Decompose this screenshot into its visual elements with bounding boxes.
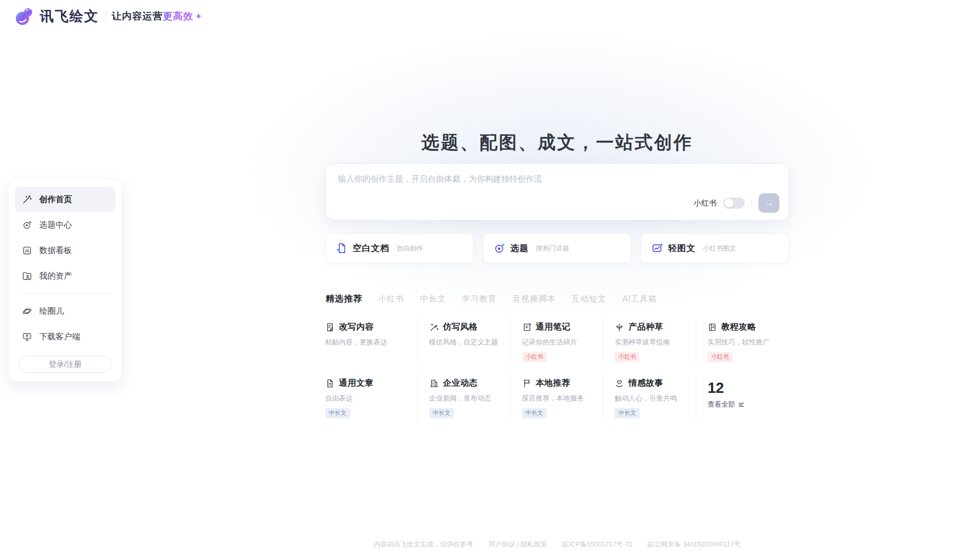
tab-xiaohongshu[interactable]: 小红书 (378, 294, 404, 305)
image-sparkle-icon (651, 242, 663, 254)
feature-card-title: 通用文章 (339, 378, 374, 389)
feature-card-general-article[interactable]: 通用文章 自由表达 中长文 (325, 374, 418, 421)
quick-card-topic[interactable]: 选题 搜热门话题 (483, 233, 631, 263)
sidebar-item-huiquan[interactable]: 绘圈儿 (15, 298, 115, 324)
view-all-label: 查看全部 (707, 400, 735, 409)
feature-card-title: 教程攻略 (721, 321, 756, 333)
feature-card-enterprise[interactable]: 企业动态 企业新闻，发布动态 中长文 (418, 374, 511, 421)
feature-card-badge: 中长文 (325, 408, 350, 418)
topic-eye-icon (22, 220, 32, 230)
tab-longform[interactable]: 中长文 (420, 294, 446, 305)
planet-icon (22, 306, 32, 316)
feature-card-title: 改写内容 (339, 321, 374, 333)
folder-user-icon (22, 271, 32, 281)
sidebar-item-create-home[interactable]: 创作首页 (15, 187, 115, 212)
topic-input-card: 小红书 → (325, 163, 789, 220)
quick-card-title: 空白文档 (353, 242, 389, 254)
topic-input[interactable] (326, 164, 789, 195)
tab-short-interactive[interactable]: 互动短文 (572, 294, 606, 305)
feature-card-rewrite[interactable]: 改写内容 粘贴内容，更换表达 (325, 318, 418, 365)
feature-card-desc: 实用技巧，软性推广 (707, 338, 784, 347)
heart-hand-icon (615, 379, 624, 388)
sparkle-icon: ✦ (195, 11, 202, 22)
brand-divider (105, 11, 106, 21)
submit-button[interactable]: → (758, 193, 779, 213)
feature-card-badge: 中长文 (429, 408, 454, 418)
quick-card-light-graphic[interactable]: 轻图文 小红书图文 (641, 233, 789, 263)
brand-tagline: 让内容运营更高效 (112, 10, 193, 23)
quick-card-title: 轻图文 (668, 242, 696, 254)
brand-header: 讯飞绘文 让内容运营更高效 ✦ (14, 6, 202, 27)
footer-security-record: 皖公网安备 34019202000117号 (648, 540, 741, 549)
feature-card-title: 情感故事 (628, 378, 663, 389)
xiaohongshu-toggle[interactable] (723, 197, 745, 209)
feature-card-title: 仿写风格 (443, 321, 478, 333)
sidebar: 创作首页 选题中心 数据看板 我的资产 (8, 179, 122, 382)
monitor-download-icon (22, 332, 32, 342)
footer-icp: 皖ICP备05001217号-71 (562, 540, 632, 549)
tab-av-script[interactable]: 音视频脚本 (512, 294, 556, 305)
quick-card-subtitle: 搜热门话题 (536, 244, 569, 253)
doc-pen-icon (325, 322, 335, 332)
view-all-card[interactable]: 12 查看全部 (696, 374, 789, 421)
brand-tagline-prefix: 让内容运营 (112, 11, 163, 21)
sidebar-item-my-assets[interactable]: 我的资产 (15, 263, 115, 289)
sidebar-item-dashboard[interactable]: 数据看板 (15, 238, 115, 263)
sidebar-item-label: 绘圈儿 (39, 306, 64, 317)
sidebar-item-download-client[interactable]: 下载客户端 (15, 324, 115, 349)
feature-card-local[interactable]: 本地推荐 探店推荐，本地服务 中长文 (511, 374, 604, 421)
feature-card-desc: 粘贴内容，更换表达 (325, 338, 412, 347)
xiaohongshu-toggle-label: 小红书 (694, 198, 717, 208)
brand-logo-icon (14, 6, 35, 27)
book-icon (707, 322, 717, 332)
note-plus-icon (522, 322, 532, 332)
feature-card-desc: 企业新闻，发布动态 (429, 394, 505, 403)
feature-card-desc: 模仿风格，自定义主题 (429, 338, 505, 347)
bar-chart-icon (22, 245, 32, 256)
feature-card-title: 通用笔记 (536, 321, 571, 333)
flag-icon (522, 379, 532, 388)
footer-agreements-link[interactable]: 用户协议 | 隐私政策 (488, 540, 547, 549)
feature-card-badge: 中长文 (615, 408, 640, 418)
article-icon (325, 379, 335, 388)
feature-card-product-seeding[interactable]: 产品种草 实测种草拔草指南 小红书 (603, 318, 696, 365)
brand-name: 讯飞绘文 (40, 7, 99, 26)
sidebar-divider (18, 293, 112, 294)
view-all-link[interactable]: 查看全部 (707, 400, 784, 409)
feature-card-tutorial[interactable]: 教程攻略 实用技巧，软性推广 小红书 (696, 318, 789, 365)
magic-wand-icon (22, 194, 32, 205)
login-register-button[interactable]: 登录/注册 (19, 356, 111, 373)
template-count: 12 (707, 380, 784, 396)
feature-card-imitate[interactable]: 仿写风格 模仿风格，自定义主题 (418, 318, 511, 365)
submit-arrow-icon: → (764, 197, 774, 209)
tab-featured[interactable]: 精选推荐 (326, 293, 362, 305)
quick-actions: 空白文档 自由创作 选题 搜热门话题 轻图文 小红书图文 (325, 233, 789, 263)
blank-doc-icon (336, 242, 348, 254)
sidebar-item-label: 选题中心 (39, 220, 72, 231)
sidebar-item-label: 下载客户端 (39, 332, 80, 342)
feature-card-badge: 中长文 (522, 408, 547, 418)
tab-ai-toolbox[interactable]: AI工具箱 (622, 294, 657, 305)
input-controls: 小红书 → (694, 193, 779, 213)
toggle-knob (724, 198, 733, 208)
feature-card-badge: 小红书 (615, 352, 640, 362)
feature-card-badge: 小红书 (522, 352, 547, 362)
list-lines-icon (738, 402, 745, 408)
feature-card-title: 企业动态 (443, 378, 478, 389)
quick-card-blank-doc[interactable]: 空白文档 自由创作 (325, 233, 474, 263)
feature-card-general-note[interactable]: 通用笔记 记录你的生活碎片 小红书 (511, 318, 604, 365)
tab-education[interactable]: 学习教育 (462, 294, 497, 305)
feature-card-title: 产品种草 (628, 321, 663, 333)
feature-card-desc: 实测种草拔草指南 (615, 338, 691, 347)
feature-card-desc: 自由表达 (325, 394, 412, 403)
feature-card-title: 本地推荐 (536, 378, 571, 389)
feature-card-desc: 触动人心，引发共鸣 (615, 394, 691, 403)
sidebar-item-topic-center[interactable]: 选题中心 (15, 212, 115, 238)
feature-card-emotion[interactable]: 情感故事 触动人心，引发共鸣 中长文 (603, 374, 696, 421)
sprout-icon (615, 322, 624, 332)
sidebar-item-label: 我的资产 (39, 271, 72, 282)
footer: 内容由讯飞绘文生成，仅供你参考 用户协议 | 隐私政策 皖ICP备0500121… (325, 540, 789, 549)
sidebar-item-label: 创作首页 (39, 194, 72, 205)
feature-card-desc: 探店推荐，本地服务 (522, 394, 598, 403)
quick-card-subtitle: 小红书图文 (703, 244, 736, 253)
